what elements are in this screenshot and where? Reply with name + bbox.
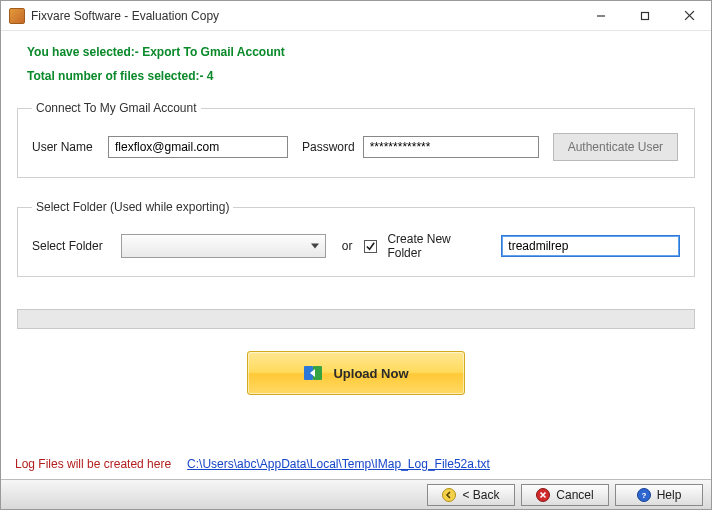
svg-rect-1 <box>642 12 649 19</box>
password-input[interactable] <box>363 136 539 158</box>
log-line: Log Files will be created here C:\Users\… <box>15 457 697 471</box>
select-folder-label: Select Folder <box>32 239 113 253</box>
maximize-icon <box>640 11 650 21</box>
create-folder-label: Create New Folder <box>387 232 487 260</box>
or-label: or <box>342 239 353 253</box>
minimize-button[interactable] <box>579 1 623 30</box>
bottom-button-bar: < Back Cancel ? Help <box>1 479 711 509</box>
close-icon <box>684 10 695 21</box>
help-icon: ? <box>637 488 651 502</box>
authenticate-button[interactable]: Authenticate User <box>553 133 678 161</box>
help-button-label: Help <box>657 488 682 502</box>
group-select-folder-legend: Select Folder (Used while exporting) <box>32 200 233 214</box>
upload-wrap: Upload Now <box>7 351 705 395</box>
minimize-icon <box>596 11 606 21</box>
select-folder-dropdown[interactable] <box>121 234 325 258</box>
close-button[interactable] <box>667 1 711 30</box>
group-select-folder: Select Folder (Used while exporting) Sel… <box>17 200 695 277</box>
log-path-link[interactable]: C:\Users\abc\AppData\Local\Temp\IMap_Log… <box>187 457 490 471</box>
group-connect-gmail: Connect To My Gmail Account User Name Pa… <box>17 101 695 178</box>
app-icon <box>9 8 25 24</box>
group-connect-legend: Connect To My Gmail Account <box>32 101 201 115</box>
total-files-line: Total number of files selected:- 4 <box>27 69 705 83</box>
back-arrow-icon <box>442 488 456 502</box>
window-controls <box>579 1 711 30</box>
progress-bar <box>17 309 695 329</box>
upload-now-label: Upload Now <box>333 366 408 381</box>
back-button[interactable]: < Back <box>427 484 515 506</box>
chevron-down-icon <box>311 244 319 249</box>
main-content: You have selected:- Export To Gmail Acco… <box>1 31 711 479</box>
cancel-icon <box>536 488 550 502</box>
cancel-button-label: Cancel <box>556 488 593 502</box>
maximize-button[interactable] <box>623 1 667 30</box>
title-bar: Fixvare Software - Evaluation Copy <box>1 1 711 31</box>
selected-export-line: You have selected:- Export To Gmail Acco… <box>27 45 705 59</box>
create-folder-checkbox[interactable] <box>364 240 377 253</box>
back-button-label: < Back <box>462 488 499 502</box>
window-title: Fixvare Software - Evaluation Copy <box>31 8 579 23</box>
username-label: User Name <box>32 140 100 154</box>
password-label: Password <box>302 140 355 154</box>
username-input[interactable] <box>108 136 288 158</box>
svg-text:?: ? <box>641 491 646 500</box>
cancel-button[interactable]: Cancel <box>521 484 609 506</box>
upload-now-button[interactable]: Upload Now <box>247 351 465 395</box>
log-label: Log Files will be created here <box>15 457 171 471</box>
new-folder-name-input[interactable] <box>501 235 680 257</box>
help-button[interactable]: ? Help <box>615 484 703 506</box>
upload-icon <box>303 363 323 383</box>
check-icon <box>365 241 376 252</box>
